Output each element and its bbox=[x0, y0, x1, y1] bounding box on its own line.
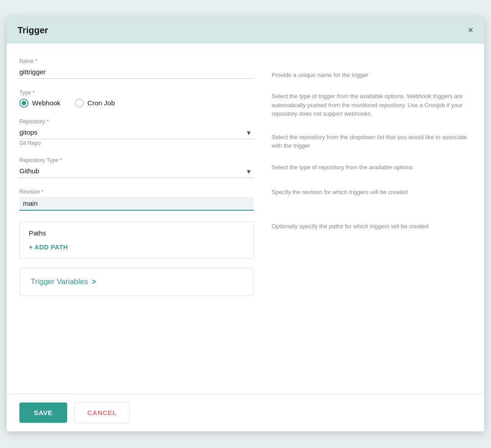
revision-hint: Specify the revision for which triggers … bbox=[272, 188, 472, 197]
repository-field-group: Repository * gitops ▼ Git Repo bbox=[19, 118, 254, 146]
revision-input[interactable] bbox=[19, 197, 254, 211]
dialog-title: Trigger bbox=[18, 25, 48, 36]
trigger-variables-section: Trigger Variables > bbox=[19, 268, 254, 296]
form-right: Provide a unique name for the trigger Se… bbox=[272, 58, 472, 296]
name-hint: Provide a unique name for the trigger bbox=[272, 71, 472, 80]
type-hint-text: Select the type of trigger from the avai… bbox=[272, 92, 472, 118]
repository-type-field-group: Repository Type * Github GitLab Bitbucke… bbox=[19, 157, 254, 178]
cancel-button[interactable]: CANCEL bbox=[74, 402, 130, 423]
type-radio-group: Webhook Cron Job bbox=[19, 99, 254, 108]
cronjob-label: Cron Job bbox=[87, 99, 115, 107]
repository-subtitle: Git Repo bbox=[19, 140, 254, 146]
trigger-variables-chevron: > bbox=[92, 277, 96, 286]
cronjob-radio[interactable] bbox=[75, 99, 84, 108]
repository-type-select-wrapper: Github GitLab Bitbucket ▼ bbox=[19, 165, 254, 178]
repository-label: Repository * bbox=[19, 118, 254, 125]
revision-label: Revision * bbox=[19, 189, 254, 195]
type-hint: Select the type of trigger from the avai… bbox=[272, 92, 472, 118]
trigger-variables-header[interactable]: Trigger Variables > bbox=[31, 277, 242, 286]
repository-hint-text: Select the repository from the dropdown … bbox=[272, 133, 472, 150]
repository-select-wrapper: gitops ▼ bbox=[19, 127, 254, 139]
save-button[interactable]: SAVE bbox=[19, 403, 67, 423]
repository-select[interactable]: gitops bbox=[19, 127, 254, 139]
name-hint-text: Provide a unique name for the trigger bbox=[272, 71, 472, 80]
repository-type-hint: Select the type of repository from the a… bbox=[272, 163, 472, 172]
form-left: Name * Type * Webhook Cron Job bbox=[19, 58, 254, 296]
form-section: Name * Type * Webhook Cron Job bbox=[19, 58, 472, 296]
repository-type-select[interactable]: Github GitLab Bitbucket bbox=[19, 165, 254, 178]
close-button[interactable]: × bbox=[468, 25, 473, 35]
dialog-header: Trigger × bbox=[7, 17, 484, 44]
type-field-group: Type * Webhook Cron Job bbox=[19, 90, 254, 108]
dialog-footer: SAVE CANCEL bbox=[7, 394, 484, 431]
name-input[interactable] bbox=[19, 66, 254, 79]
add-path-button[interactable]: + ADD PATH bbox=[29, 244, 68, 251]
paths-title: Paths bbox=[29, 229, 244, 237]
paths-hint-text: Optionally specify the paths for which t… bbox=[272, 222, 472, 231]
revision-field-group: Revision * bbox=[19, 189, 254, 211]
webhook-option[interactable]: Webhook bbox=[19, 99, 60, 108]
webhook-radio[interactable] bbox=[19, 99, 28, 108]
paths-box: Paths + ADD PATH bbox=[19, 222, 254, 259]
name-label: Name * bbox=[19, 58, 254, 64]
trigger-dialog: Trigger × Name * Type * Webhook bbox=[7, 17, 484, 431]
revision-input-wrapper bbox=[19, 197, 254, 211]
dialog-body: Name * Type * Webhook Cron Job bbox=[7, 44, 484, 394]
repository-type-hint-text: Select the type of repository from the a… bbox=[272, 163, 472, 172]
paths-hint: Optionally specify the paths for which t… bbox=[272, 222, 472, 231]
trigger-variables-label: Trigger Variables bbox=[31, 277, 88, 286]
repository-hint: Select the repository from the dropdown … bbox=[272, 133, 472, 150]
repository-type-label: Repository Type * bbox=[19, 157, 254, 163]
name-field-group: Name * bbox=[19, 58, 254, 79]
webhook-label: Webhook bbox=[32, 99, 60, 107]
revision-hint-text: Specify the revision for which triggers … bbox=[272, 188, 472, 197]
type-label: Type * bbox=[19, 90, 254, 96]
cronjob-option[interactable]: Cron Job bbox=[75, 99, 115, 108]
